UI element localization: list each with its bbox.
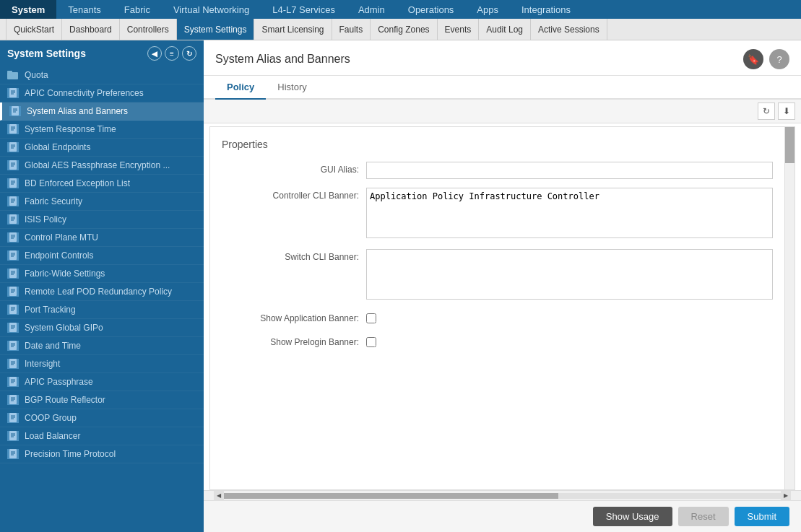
doc-icon [7, 160, 19, 170]
form-label-switch_cli_banner: Switch CLI Banner: [222, 249, 366, 262]
sub-nav-item-active_sessions[interactable]: Active Sessions [531, 19, 607, 40]
form-label-show_app_banner: Show Application Banner: [222, 310, 366, 323]
sidebar-item-label-system_alias: System Alias and Banners [27, 106, 128, 116]
sidebar-title: System Settings [7, 48, 86, 59]
content-toolbar: ↻ ⬇ [204, 100, 801, 123]
sidebar-item-intersight[interactable]: Intersight [0, 355, 204, 373]
top-nav-item-l4l7[interactable]: L4-L7 Services [261, 0, 347, 19]
checkbox-show_prelogin_banner[interactable] [366, 337, 376, 347]
doc-icon [7, 377, 19, 387]
sidebar-item-quota[interactable]: Quota [0, 66, 204, 84]
h-scroll-thumb[interactable] [224, 493, 558, 499]
doc-icon [9, 106, 21, 116]
top-nav-item-fabric[interactable]: Fabric [113, 0, 162, 19]
sidebar-item-precision_time[interactable]: Precision Time Protocol [0, 445, 204, 463]
sidebar-item-endpoint_controls[interactable]: Endpoint Controls [0, 247, 204, 265]
form-row-show_prelogin_banner: Show Prelogin Banner: [222, 334, 773, 349]
sidebar-item-label-fabric_wide_settings: Fabric-Wide Settings [25, 269, 105, 279]
sidebar-item-apic_passphrase[interactable]: APIC Passphrase [0, 373, 204, 391]
content-header-icons: 🔖 ? [743, 49, 789, 69]
sidebar-item-fabric_wide_settings[interactable]: Fabric-Wide Settings [0, 265, 204, 283]
top-nav-item-tenants[interactable]: Tenants [56, 0, 113, 19]
doc-icon [7, 178, 19, 188]
sidebar-item-label-apic_connectivity: APIC Connectivity Preferences [25, 88, 144, 98]
top-nav-item-system[interactable]: System [0, 0, 56, 19]
sub-nav-item-quickstart[interactable]: QuickStart [6, 19, 62, 40]
sidebar-item-bd_enforced[interactable]: BD Enforced Exception List [0, 175, 204, 193]
show-usage-button[interactable]: Show Usage [593, 507, 672, 526]
form-label-show_prelogin_banner: Show Prelogin Banner: [222, 334, 366, 347]
sub-nav-item-events[interactable]: Events [438, 19, 480, 40]
sub-nav-item-smart_licensing[interactable]: Smart Licensing [254, 19, 332, 40]
content-area: System Alias and Banners 🔖 ? PolicyHisto… [204, 40, 801, 532]
sidebar-back-icon[interactable]: ◀ [147, 46, 162, 61]
reset-button[interactable]: Reset [678, 507, 729, 526]
sidebar-item-label-fabric_security: Fabric Security [25, 196, 82, 206]
sidebar-item-fabric_security[interactable]: Fabric Security [0, 193, 204, 211]
tab-history[interactable]: History [266, 76, 318, 100]
sidebar-item-load_balancer[interactable]: Load Balancer [0, 427, 204, 445]
tab-policy[interactable]: Policy [215, 76, 266, 100]
sidebar-item-port_tracking[interactable]: Port Tracking [0, 301, 204, 319]
bookmark-button[interactable]: 🔖 [743, 49, 763, 69]
sidebar-item-remote_leaf[interactable]: Remote Leaf POD Redundancy Policy [0, 283, 204, 301]
sub-nav-item-dashboard[interactable]: Dashboard [62, 19, 120, 40]
help-button[interactable]: ? [769, 49, 789, 69]
top-nav-item-admin[interactable]: Admin [347, 0, 397, 19]
sub-nav-item-config_zones[interactable]: Config Zones [371, 19, 437, 40]
doc-icon [7, 395, 19, 405]
svg-rect-1 [7, 71, 12, 73]
top-navigation: SystemTenantsFabricVirtual NetworkingL4-… [0, 0, 801, 19]
textarea-switch_cli_banner[interactable] [366, 249, 773, 300]
input-gui_alias[interactable] [366, 162, 773, 179]
vertical-scrollbar[interactable] [784, 127, 794, 489]
sidebar-menu-icon[interactable]: ≡ [165, 46, 179, 61]
sidebar-refresh-icon[interactable]: ↻ [182, 46, 196, 61]
top-nav-item-virtual_networking[interactable]: Virtual Networking [162, 0, 261, 19]
sub-nav-item-controllers[interactable]: Controllers [120, 19, 177, 40]
vertical-scroll-thumb[interactable] [785, 127, 794, 163]
form-row-switch_cli_banner: Switch CLI Banner: [222, 249, 773, 302]
checkbox-show_app_banner[interactable] [366, 313, 376, 323]
top-nav-item-operations[interactable]: Operations [397, 0, 466, 19]
form-control-gui_alias [366, 162, 773, 179]
horizontal-scrollbar[interactable]: ◀ ▶ [204, 490, 801, 500]
refresh-button[interactable]: ↻ [758, 103, 775, 120]
sidebar-item-label-isis_policy: ISIS Policy [25, 214, 66, 224]
sidebar-item-label-quota: Quota [25, 70, 48, 80]
sub-nav-item-faults[interactable]: Faults [332, 19, 371, 40]
top-nav-item-integrations[interactable]: Integrations [510, 0, 582, 19]
top-nav-item-apps[interactable]: Apps [465, 0, 510, 19]
sidebar-item-system_alias[interactable]: System Alias and Banners [0, 103, 204, 121]
sidebar-item-label-endpoint_controls: Endpoint Controls [25, 250, 93, 261]
doc-icon [7, 305, 19, 315]
sidebar-item-bgp_route_reflector[interactable]: BGP Route Reflector [0, 391, 204, 409]
sidebar-items-list: QuotaAPIC Connectivity PreferencesSystem… [0, 66, 204, 463]
sidebar-item-apic_connectivity[interactable]: APIC Connectivity Preferences [0, 84, 204, 103]
sidebar-item-label-date_and_time: Date and Time [25, 341, 81, 351]
sidebar-item-global_endpoints[interactable]: Global Endpoints [0, 139, 204, 157]
doc-icon [7, 341, 19, 351]
form-label-controller_cli_banner: Controller CLI Banner: [222, 188, 366, 201]
sidebar-item-global_aes[interactable]: Global AES Passphrase Encryption ... [0, 157, 204, 175]
sidebar-item-coop_group[interactable]: COOP Group [0, 409, 204, 427]
sub-nav-item-system_settings[interactable]: System Settings [177, 19, 255, 40]
sidebar-item-date_and_time[interactable]: Date and Time [0, 337, 204, 355]
sidebar-item-system_response_time[interactable]: System Response Time [0, 121, 204, 139]
doc-icon [7, 431, 19, 441]
form-control-controller_cli_banner [366, 188, 773, 240]
scroll-right-arrow[interactable]: ▶ [781, 491, 791, 501]
sidebar-item-label-precision_time: Precision Time Protocol [25, 449, 116, 459]
sub-nav-item-audit_log[interactable]: Audit Log [479, 19, 531, 40]
sidebar-item-system_global_gipo[interactable]: System Global GIPo [0, 319, 204, 337]
doc-icon [7, 359, 19, 369]
scroll-left-arrow[interactable]: ◀ [214, 491, 224, 501]
sidebar-item-isis_policy[interactable]: ISIS Policy [0, 211, 204, 229]
sidebar-item-label-bd_enforced: BD Enforced Exception List [25, 178, 130, 188]
download-button[interactable]: ⬇ [778, 103, 795, 120]
doc-icon [7, 142, 19, 152]
sidebar-item-control_plane_mtu[interactable]: Control Plane MTU [0, 229, 204, 247]
submit-button[interactable]: Submit [735, 507, 789, 526]
sub-navigation: QuickStartDashboardControllersSystem Set… [0, 19, 801, 40]
textarea-controller_cli_banner[interactable] [366, 188, 773, 238]
